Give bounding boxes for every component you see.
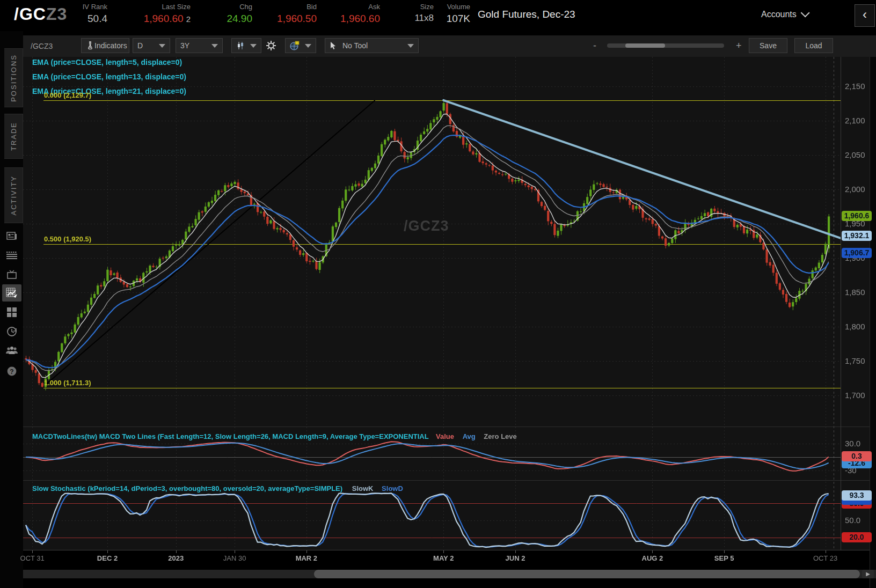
chart-surface[interactable] — [0, 0, 876, 588]
scrollbar-right-arrow[interactable]: ▶ — [862, 570, 874, 578]
time-axis[interactable] — [23, 550, 841, 567]
price-axis[interactable] — [841, 57, 876, 550]
horizontal-scrollbar-thumb[interactable] — [314, 570, 860, 578]
